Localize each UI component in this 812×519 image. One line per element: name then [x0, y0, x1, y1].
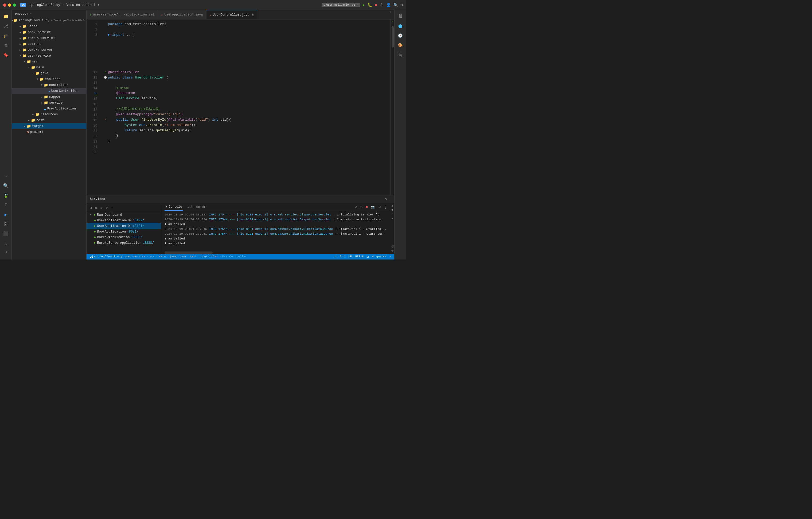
toolbar-stop-all[interactable]: ✕ — [94, 205, 98, 211]
tree-item-com-test[interactable]: ▼ 📁 com.test — [12, 77, 86, 82]
more-menu[interactable]: ⋮ — [380, 3, 383, 7]
activity-more-icon[interactable]: ⋯ — [2, 172, 10, 181]
settings-icon[interactable]: ⚙ — [401, 3, 403, 7]
tree-item-UserApplication[interactable]: ☁ UserApplication — [12, 106, 86, 112]
right-icon-ai[interactable]: ⬤ — [396, 22, 404, 30]
scroll-up-icon[interactable]: ▲ — [392, 204, 394, 208]
run-icon[interactable]: ▶ — [363, 3, 365, 7]
status-git-branch[interactable]: ⎇ springCloudStudy — [90, 255, 122, 258]
service-item-run-dashboard[interactable]: ▼ ▶ Run Dashboard — [87, 212, 161, 218]
activity-spring-icon[interactable]: 🍃 — [2, 191, 10, 200]
activity-bookmarks-icon[interactable]: 🔖 — [2, 51, 10, 59]
activity-folder-icon[interactable]: 📁 — [2, 12, 10, 21]
service-item-UserApplication-01[interactable]: ▶ UserApplication-01 :8101/ — [87, 223, 161, 229]
status-indent[interactable]: ⊞ — [367, 255, 369, 258]
tab-UserApplication[interactable]: ☕ UserApplication.java — [158, 10, 206, 19]
console-hscrollbar[interactable] — [165, 251, 213, 254]
activity-plugins-icon[interactable]: ⊞ — [2, 41, 10, 50]
tree-item-pom-xml[interactable]: m pom.xml — [12, 129, 86, 135]
toolbar-more[interactable]: ⊕ — [105, 205, 109, 211]
panel-settings-icon[interactable]: ⚙ — [385, 197, 387, 201]
status-line-col[interactable]: 2:1 — [340, 255, 345, 258]
service-item-BookApplication[interactable]: ▶ BookApplication :8081/ — [87, 229, 161, 235]
console-stop-icon[interactable]: ■ — [366, 205, 368, 209]
activity-search-icon[interactable]: 🔍 — [2, 182, 10, 190]
tree-item-target[interactable]: ▶ 📁 target — [12, 123, 86, 129]
console-delete-icon[interactable]: 🗑 — [391, 249, 394, 252]
app-selector[interactable]: ▶ UserApplication-01 ▾ — [322, 3, 360, 7]
right-icon-database[interactable]: 🗄 — [396, 12, 404, 20]
tree-item-java[interactable]: ▼ 📁 java — [12, 70, 86, 77]
version-control-label[interactable]: Version control — [66, 3, 95, 7]
service-item-BorrowApplication[interactable]: ▶ BorrowApplication :8082/ — [87, 235, 161, 240]
status-git-push[interactable]: ⬆ — [389, 255, 391, 258]
console-rerun-icon[interactable]: ↻ — [360, 205, 363, 209]
toolbar-fold-all[interactable]: ⊟ — [89, 205, 93, 211]
activity-git-icon[interactable]: ⎇ — [2, 22, 10, 30]
tree-item-UserController[interactable]: ☁ UserController — [12, 88, 86, 94]
minimize-button[interactable] — [8, 3, 11, 7]
activity-run-icon[interactable]: ▶ — [2, 210, 10, 219]
tab-actuator[interactable]: ⇄ Actuator — [186, 203, 207, 211]
console-restart-icon[interactable]: ↺ — [355, 205, 357, 209]
console-camera-icon[interactable]: 📷 — [371, 205, 375, 209]
tree-item-idea[interactable]: ▶ 📁 .idea — [12, 24, 86, 29]
activity-learn-icon[interactable]: 🎓 — [2, 31, 10, 40]
folder-icon: 📁 — [23, 48, 27, 52]
tab-application-yml[interactable]: ⚙ user-service/.../application.yml — [87, 10, 158, 19]
tree-item-src[interactable]: ▼ 📁 src — [12, 59, 86, 65]
scroll-align2-icon[interactable]: ≡ — [392, 217, 394, 220]
log-line-4: 2024-10-19 09:54:38.941 INFO 17544 --- [… — [165, 232, 387, 236]
close-button[interactable] — [3, 3, 6, 7]
status-spaces[interactable]: 4 spaces — [372, 255, 386, 258]
tree-item-book-service[interactable]: ▶ 📁 book-service — [12, 29, 86, 35]
editor-scrollbar[interactable]: ✓ — [390, 20, 394, 195]
console-print-icon[interactable]: 🖨 — [391, 245, 394, 248]
tree-item-resources[interactable]: ▶ 📁 resources — [12, 112, 86, 118]
right-icon-history[interactable]: 🕐 — [396, 31, 404, 39]
toolbar-filter[interactable]: ≡ — [99, 206, 104, 211]
tab-more-action[interactable]: ⋮ — [387, 10, 394, 19]
tab-UserController[interactable]: ☕ UserController.java ✕ — [206, 10, 257, 19]
user-icon[interactable]: 👤 — [386, 3, 391, 7]
tree-item-springCloudStudy[interactable]: ▼ 📁 springCloudStudy ~/Desktop/CS/JavaEE… — [12, 18, 86, 24]
tree-item-eureka-server[interactable]: ▶ 📁 eureka-server — [12, 47, 86, 53]
activity-git2-icon[interactable]: ⑂ — [2, 249, 10, 257]
scrollbar-thumb[interactable] — [392, 26, 394, 48]
tree-item-service[interactable]: ▶ 📁 service — [12, 100, 86, 106]
tree-item-borrow-service[interactable]: ▶ 📁 borrow-service — [12, 35, 86, 41]
status-check[interactable]: ✓ — [335, 255, 337, 258]
right-icon-plugin[interactable]: 🔌 — [396, 51, 404, 59]
activity-terminal-icon[interactable]: ⬛ — [2, 230, 10, 238]
center-area: ⚙ user-service/.../application.yml ☕ Use… — [87, 10, 394, 260]
service-item-UserApplication-02[interactable]: ▶ UserApplication-02 :8102/ — [87, 218, 161, 223]
tree-item-test[interactable]: ▶ 📁 test — [12, 118, 86, 123]
activity-text-icon[interactable]: T — [2, 201, 10, 209]
search-icon[interactable]: 🔍 — [394, 3, 398, 7]
tab-close-button[interactable]: ✕ — [252, 13, 254, 17]
tree-item-mapper[interactable]: ▶ 📁 mapper — [12, 94, 86, 100]
toolbar-add[interactable]: + — [110, 206, 114, 211]
log-line-2: 2024-10-19 09:54:38.824 INFO 17544 --- [… — [165, 217, 387, 222]
tab-console[interactable]: ▶ Console — [165, 203, 183, 211]
panel-minimize-icon[interactable]: ─ — [389, 197, 391, 201]
tree-item-main[interactable]: ▼ 📁 main — [12, 65, 86, 70]
console-more2-icon[interactable]: ⋮ — [384, 205, 387, 209]
folder-icon: 📁 — [27, 124, 31, 128]
console-wrap-icon[interactable]: ⏎ — [378, 205, 381, 209]
code-line-24: } — [103, 139, 390, 144]
debug-icon[interactable]: 🐛 — [368, 3, 372, 7]
right-icon-paint[interactable]: 🎨 — [396, 41, 404, 49]
maximize-button[interactable] — [13, 3, 16, 7]
tree-item-commons[interactable]: ▶ 📁 commons — [12, 41, 86, 47]
scroll-down-icon[interactable]: ▼ — [392, 209, 394, 212]
activity-alert-icon[interactable]: ⚠ — [2, 239, 10, 248]
stop-icon[interactable]: ■ — [375, 3, 377, 7]
tree-item-user-service[interactable]: ▼ 📁 user-service — [12, 53, 86, 59]
activity-database-icon[interactable]: 🗄 — [2, 220, 10, 228]
status-line-ending[interactable]: LF — [348, 255, 352, 258]
tree-item-controller[interactable]: ▼ 📁 controller — [12, 82, 86, 88]
scroll-align-icon[interactable]: ≡ — [392, 213, 394, 216]
service-item-EurekaServerApplication[interactable]: ▶ EurekaServerApplication :8888/ — [87, 240, 161, 246]
status-encoding[interactable]: UTF-8 — [355, 255, 364, 258]
